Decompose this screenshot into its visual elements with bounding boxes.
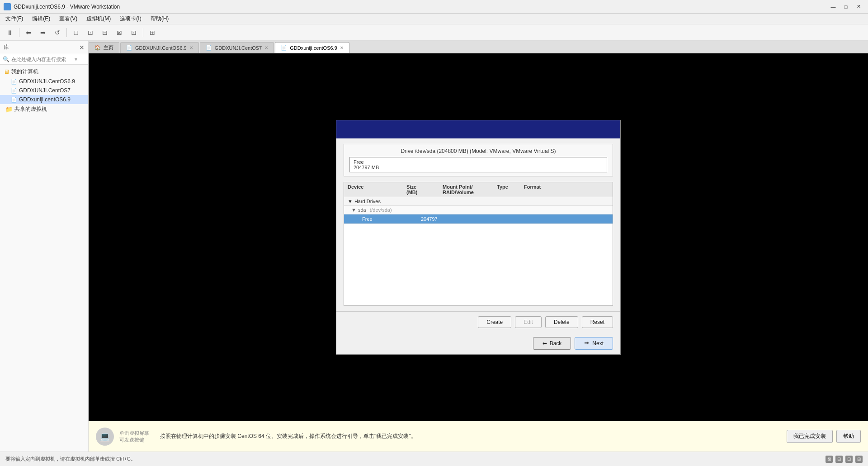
- close-button[interactable]: ✕: [853, 2, 864, 11]
- next-arrow-icon: ⮕: [584, 340, 590, 347]
- status-bar: 💻 单击虚拟屏幕可发送按键 按照在物理计算机中的步骤安装 CentOS 64 位…: [89, 421, 868, 452]
- sidebar-item-label-2: GDDxuniji.centOS6.9: [19, 96, 71, 103]
- content-area: Drive /dev/sda (204800 MB) (Model: VMwar…: [89, 53, 868, 421]
- tab-vm-label-1: GDDXUNJI.CentOS7: [215, 45, 262, 51]
- tab-vm-1[interactable]: 📄 GDDXUNJI.CentOS7 ✕: [200, 42, 274, 53]
- status-actions: 我已完成安装 帮助: [787, 430, 861, 443]
- tab-close-2[interactable]: ✕: [340, 45, 344, 50]
- free-size-cell: 204797: [421, 216, 457, 222]
- search-input[interactable]: [11, 57, 75, 62]
- sidebar-close-button[interactable]: ✕: [79, 44, 85, 51]
- menu-help[interactable]: 帮助(H): [147, 14, 173, 24]
- next-nav-button[interactable]: ⮕ Next: [575, 337, 613, 350]
- col-device-header: Device: [348, 184, 406, 195]
- drive-visual: Free 204797 MB: [349, 157, 607, 172]
- sidebar-item-shared[interactable]: 📁 共享的虚拟机: [0, 104, 88, 114]
- hard-drives-section[interactable]: ▼ Hard Drives: [344, 197, 613, 206]
- window-controls: — □ ✕: [827, 2, 864, 11]
- tab-close-1[interactable]: ✕: [264, 45, 268, 50]
- action-button-row: Create Edit Delete Reset: [336, 311, 620, 333]
- installer-body: Drive /dev/sda (204800 MB) (Model: VMwar…: [336, 138, 620, 311]
- menu-file[interactable]: 文件(F): [2, 14, 27, 24]
- sidebar-item-root[interactable]: 🖥 我的计算机: [0, 67, 88, 77]
- drive-info-box: Drive /dev/sda (204800 MB) (Model: VMwar…: [344, 144, 613, 176]
- status-message: 单击虚拟屏幕可发送按键: [119, 430, 149, 443]
- partition-free-row[interactable]: Free 204797: [344, 214, 613, 224]
- create-button[interactable]: Create: [478, 316, 511, 328]
- sidebar-item-label-3: 共享的虚拟机: [14, 105, 47, 113]
- edit-button[interactable]: Edit: [515, 316, 542, 328]
- chevron-down-icon: ▾: [75, 56, 77, 62]
- sidebar-item-vm-0[interactable]: 📄 GDDXUNJI.CentOS6.9: [0, 77, 88, 86]
- back-arrow-icon: ⬅: [542, 340, 547, 347]
- back-nav-button[interactable]: ⬅ Back: [533, 337, 571, 350]
- vm-icon-1: 📄: [11, 88, 17, 94]
- screen-button-4[interactable]: ⊠: [113, 26, 126, 39]
- finish-install-button[interactable]: 我已完成安装: [787, 430, 833, 443]
- reset-button[interactable]: Reset: [582, 316, 613, 328]
- screen-button-2[interactable]: ⊡: [84, 26, 97, 39]
- tab-vm-2[interactable]: 📄 GDDxuniji.centOS6.9 ✕: [275, 42, 349, 53]
- sda-label: sda: [358, 207, 366, 213]
- tab-vm-icon-0: 📄: [126, 45, 132, 51]
- col-type-header: Type: [497, 184, 524, 195]
- toolbar-sep-1: [19, 28, 19, 37]
- menu-tabs[interactable]: 选项卡(I): [116, 14, 145, 24]
- menu-vm[interactable]: 虚拟机(M): [83, 14, 114, 24]
- system-tray-icon-3: ⊡: [845, 456, 853, 463]
- installer-header: [336, 120, 620, 138]
- tab-close-0[interactable]: ✕: [189, 45, 193, 50]
- tab-vm-label-2: GDDxuniji.centOS6.9: [290, 45, 337, 51]
- drive-free-label: Free: [354, 159, 603, 165]
- sidebar-tree: 🖥 我的计算机 📄 GDDXUNJI.CentOS6.9 📄 GDDXUNJI.…: [0, 65, 88, 452]
- toolbar-sep-2: [66, 28, 67, 37]
- screen-button-5[interactable]: ⊡: [127, 26, 140, 39]
- vm-icon-2: 📄: [11, 97, 17, 103]
- forward-button[interactable]: ➡: [37, 26, 49, 39]
- sidebar-item-label-0: GDDXUNJI.CentOS6.9: [19, 78, 75, 85]
- help-button[interactable]: 帮助: [836, 430, 861, 443]
- next-nav-label: Next: [592, 340, 604, 347]
- tab-home[interactable]: 🏠 主页: [89, 42, 119, 53]
- sidebar-item-vm-1[interactable]: 📄 GDDXUNJI.CentOS7: [0, 86, 88, 95]
- tab-vm-0[interactable]: 📄 GDDXUNJI.CentOS6.9 ✕: [120, 42, 199, 53]
- minimize-button[interactable]: —: [827, 2, 839, 11]
- toolbar-sep-3: [143, 28, 143, 37]
- drive-free-size: 204797 MB: [354, 165, 603, 170]
- system-tray-icon-2: ⊟: [835, 456, 843, 463]
- pause-button[interactable]: ⏸: [4, 26, 16, 39]
- maximize-button[interactable]: □: [840, 2, 852, 11]
- app-icon: [4, 3, 11, 10]
- bottom-tip: 要将输入定向到虚拟机，请在虚拟机内部单击或按 Ctrl+G。: [5, 456, 136, 462]
- tab-vm-icon-1: 📄: [206, 45, 212, 51]
- system-tray-icon-4: ⊞: [855, 456, 863, 463]
- sda-sublabel: (/dev/sda): [370, 207, 392, 213]
- sidebar-item-label-1: GDDXUNJI.CentOS7: [19, 87, 71, 94]
- sidebar: 库 ✕ 🔍 ▾ 🖥 我的计算机 📄 GDDXUNJI.CentOS6.9 📄: [0, 41, 89, 452]
- body-area: 库 ✕ 🔍 ▾ 🖥 我的计算机 📄 GDDXUNJI.CentOS6.9 📄: [0, 41, 868, 452]
- status-icon: 💻: [96, 428, 114, 446]
- sidebar-item-vm-2[interactable]: 📄 GDDxuniji.centOS6.9: [0, 95, 88, 104]
- installer-panel: Drive /dev/sda (204800 MB) (Model: VMwar…: [336, 120, 621, 355]
- menu-edit[interactable]: 编辑(E): [28, 14, 54, 24]
- delete-button[interactable]: Delete: [545, 316, 578, 328]
- partition-table-header: Device Size (MB) Mount Point/ RAID/Volum…: [344, 182, 613, 197]
- back-button[interactable]: ⬅: [22, 26, 35, 39]
- partition-table: Device Size (MB) Mount Point/ RAID/Volum…: [344, 182, 613, 306]
- back-nav-label: Back: [550, 340, 562, 347]
- sidebar-search-bar[interactable]: 🔍 ▾: [0, 54, 88, 65]
- free-device-cell: Free: [362, 216, 421, 222]
- shared-folder-icon: 📁: [5, 106, 13, 113]
- fullscreen-button[interactable]: ⊞: [146, 26, 159, 39]
- screen-button-1[interactable]: □: [70, 26, 82, 39]
- sda-section[interactable]: ▼ sda (/dev/sda): [344, 206, 613, 214]
- screen-button-3[interactable]: ⊟: [99, 26, 111, 39]
- hard-drives-chevron: ▼: [348, 199, 353, 204]
- menu-view[interactable]: 查看(V): [56, 14, 81, 24]
- window-title: GDDxuniji.centOS6.9 - VMware Workstation: [14, 4, 120, 10]
- refresh-button[interactable]: ↺: [51, 26, 64, 39]
- system-tray-icon-1: ⊠: [826, 456, 833, 463]
- toolbar: ⏸ ⬅ ➡ ↺ □ ⊡ ⊟ ⊠ ⊡ ⊞: [0, 24, 868, 41]
- title-bar: GDDxuniji.centOS6.9 - VMware Workstation…: [0, 0, 868, 14]
- tab-vm-label-0: GDDXUNJI.CentOS6.9: [135, 45, 187, 51]
